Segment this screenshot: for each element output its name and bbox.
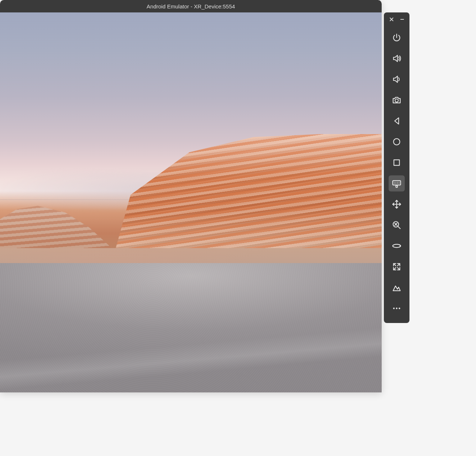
close-icon [389,17,394,22]
minimize-icon [400,17,404,22]
svg-point-0 [395,99,398,102]
back-button[interactable] [389,113,405,129]
home-icon [392,137,401,147]
move-button[interactable] [389,196,405,212]
window-title: Android Emulator - XR_Device:5554 [147,3,235,10]
minimize-button[interactable] [398,15,406,23]
svg-rect-3 [393,180,401,185]
svg-rect-2 [394,160,399,165]
screenshot-button[interactable] [389,92,405,108]
keyboard-icon [392,179,401,188]
more-button[interactable] [389,300,405,316]
svg-rect-4 [396,185,397,187]
power-button[interactable] [389,30,405,46]
keyboard-button[interactable] [389,175,405,191]
volume-up-button[interactable] [389,50,405,66]
zoom-icon [392,220,401,230]
emulator-window: Android Emulator - XR_Device:5554 [0,0,382,392]
virtual-scene-button[interactable] [389,280,405,296]
more-icon [392,304,401,313]
svg-point-1 [393,138,400,145]
overview-button[interactable] [389,155,405,171]
toolbar-window-controls [384,12,409,25]
close-button[interactable] [388,15,396,23]
volume-down-button[interactable] [389,71,405,87]
move-icon [392,200,401,209]
power-icon [392,33,401,42]
reset-view-button[interactable] [389,259,405,275]
volume-down-icon [392,75,401,84]
home-button[interactable] [389,134,405,150]
rotate-view-button[interactable] [389,238,405,254]
zoom-button[interactable] [389,217,405,233]
scene-foreground [0,263,382,392]
emulator-screen[interactable] [0,12,382,392]
svg-point-8 [396,308,397,309]
back-icon [392,116,401,126]
rotate-view-icon [392,241,401,251]
overview-icon [392,158,401,167]
svg-point-9 [398,308,400,309]
collapse-icon [392,262,401,271]
camera-icon [392,95,401,105]
landscape-icon [392,283,401,292]
emulator-toolbar [384,12,409,323]
volume-up-icon [392,54,401,63]
svg-point-7 [393,308,394,309]
window-titlebar[interactable]: Android Emulator - XR_Device:5554 [0,0,382,12]
